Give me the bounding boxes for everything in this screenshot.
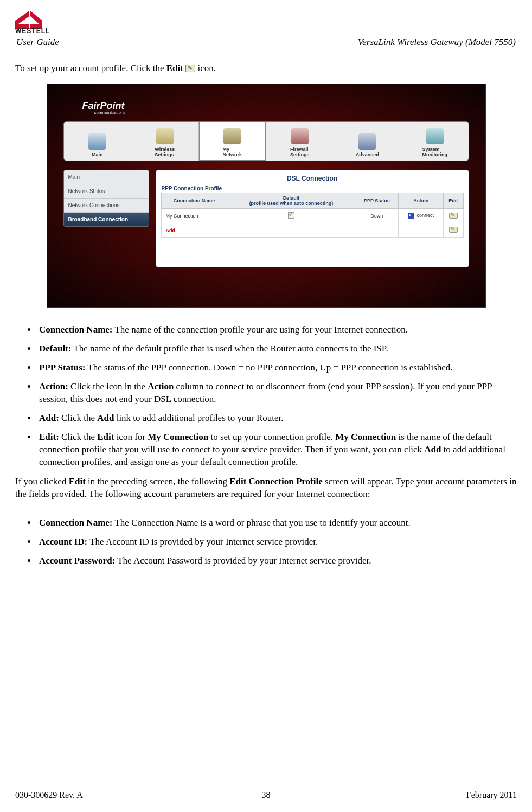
table-row: Add bbox=[161, 223, 463, 238]
tab-label: Main bbox=[92, 152, 103, 157]
edit-icon bbox=[185, 65, 195, 72]
header: User Guide VersaLink Wireless Gateway (M… bbox=[15, 37, 517, 49]
col-header: Edit bbox=[443, 193, 463, 209]
tab-icon bbox=[223, 128, 241, 144]
definitions-list-1: Connection Name: The name of the connect… bbox=[15, 324, 517, 468]
tab-firewall-settings[interactable]: FirewallSettings bbox=[266, 122, 334, 161]
col-header: Action bbox=[399, 193, 444, 209]
list-item: Account ID: The Account ID is provided b… bbox=[37, 536, 517, 548]
col-header: Default (profile used when auto connecti… bbox=[227, 193, 355, 209]
def-label: Default: bbox=[39, 343, 71, 354]
footer-page-number: 38 bbox=[15, 790, 517, 800]
def-label: Account Password: bbox=[39, 555, 115, 566]
sidebar-item-network-connections[interactable]: Network Connections bbox=[64, 199, 149, 213]
tab-icon bbox=[291, 128, 309, 144]
cell-status bbox=[355, 223, 399, 238]
intro-text: To set up your account profile. Click th… bbox=[15, 63, 517, 74]
definitions-list-2: Connection Name: The Connection Name is … bbox=[15, 517, 517, 567]
def-label: Action: bbox=[39, 381, 68, 392]
def-label: Connection Name: bbox=[39, 517, 113, 528]
add-link[interactable]: Add bbox=[166, 228, 176, 233]
header-right: VersaLink Wireless Gateway (Model 7550) bbox=[358, 37, 516, 48]
list-item: Account Password: The Account Password i… bbox=[37, 555, 517, 567]
def-label: Connection Name: bbox=[39, 324, 113, 335]
tab-main[interactable]: Main bbox=[64, 122, 132, 161]
svg-marker-0 bbox=[15, 11, 29, 29]
svg-marker-1 bbox=[30, 11, 42, 29]
tab-my-network[interactable]: MyNetwork bbox=[199, 122, 267, 161]
main-tabs: MainWirelessSettingsMyNetworkFirewallSet… bbox=[63, 121, 469, 161]
table-row: My ConnectionDownconnect bbox=[161, 209, 463, 223]
footer: 030-300629 Rev. A 38 February 2011 bbox=[15, 788, 517, 800]
list-item: Default: The name of the default profile… bbox=[37, 343, 517, 355]
tab-label: SystemMonitoring bbox=[422, 146, 448, 157]
def-label: Account ID: bbox=[39, 536, 87, 547]
tab-icon bbox=[156, 128, 174, 144]
tab-icon bbox=[358, 133, 376, 150]
connect-icon[interactable] bbox=[408, 213, 414, 219]
tab-icon bbox=[426, 128, 444, 144]
cell-action bbox=[399, 223, 444, 238]
cell-name: Add bbox=[161, 223, 227, 238]
cell-edit bbox=[443, 209, 463, 223]
list-item: Connection Name: The name of the connect… bbox=[37, 324, 517, 336]
tab-label: FirewallSettings bbox=[290, 146, 310, 157]
col-header: PPP Status bbox=[355, 193, 399, 209]
list-item: Add: Click the Add link to add additiona… bbox=[37, 412, 517, 425]
cell-default bbox=[227, 209, 355, 223]
sidebar: MainNetwork StatusNetwork ConnectionsBro… bbox=[63, 170, 149, 227]
panel-title: DSL Connection bbox=[156, 175, 469, 182]
list-item: Edit: Click the Edit icon for My Connect… bbox=[37, 431, 517, 469]
checkbox-icon[interactable] bbox=[288, 212, 294, 219]
edit-icon[interactable] bbox=[449, 213, 458, 219]
col-header: Connection Name bbox=[161, 193, 227, 209]
router-screenshot: FairPoint communications MainWirelessSet… bbox=[47, 84, 486, 308]
tab-wireless-settings[interactable]: WirelessSettings bbox=[131, 122, 199, 161]
tab-system-monitoring[interactable]: SystemMonitoring bbox=[401, 122, 469, 161]
sidebar-item-broadband-connection[interactable]: Broadband Connection bbox=[64, 213, 149, 226]
fairpoint-logo: FairPoint communications bbox=[82, 100, 126, 115]
tab-icon bbox=[88, 133, 106, 150]
cell-action: connect bbox=[399, 209, 444, 223]
cell-default bbox=[227, 223, 355, 238]
tab-label: MyNetwork bbox=[222, 146, 242, 157]
brand-logo: WESTELL bbox=[15, 11, 517, 34]
tab-advanced[interactable]: Advanced bbox=[334, 122, 402, 161]
page: WESTELL User Guide VersaLink Wireless Ga… bbox=[0, 0, 532, 812]
list-item: Connection Name: The Connection Name is … bbox=[37, 517, 517, 529]
tab-label: WirelessSettings bbox=[155, 146, 175, 157]
cell-name: My Connection bbox=[161, 209, 227, 223]
sidebar-item-network-status[interactable]: Network Status bbox=[64, 184, 149, 199]
connect-link[interactable]: connect bbox=[416, 213, 434, 218]
cell-edit bbox=[443, 223, 463, 238]
mid-paragraph: If you clicked Edit in the preceding scr… bbox=[15, 476, 517, 501]
def-label: Edit: bbox=[39, 432, 59, 442]
cell-status: Down bbox=[355, 209, 399, 223]
def-label: PPP Status: bbox=[39, 362, 85, 373]
edit-icon[interactable] bbox=[449, 227, 458, 233]
list-item: PPP Status: The status of the PPP connec… bbox=[37, 362, 517, 374]
def-label: Add: bbox=[39, 413, 59, 423]
header-left: User Guide bbox=[16, 37, 59, 48]
panel-subheader: PPP Connection Profile bbox=[162, 186, 463, 191]
sidebar-item-main[interactable]: Main bbox=[64, 170, 149, 184]
dsl-panel: DSL Connection PPP Connection Profile Co… bbox=[156, 170, 469, 267]
list-item: Action: Click the icon in the Action col… bbox=[37, 381, 517, 406]
profile-table: Connection NameDefault (profile used whe… bbox=[161, 193, 464, 238]
brand-text: WESTELL bbox=[15, 27, 50, 34]
tab-label: Advanced bbox=[356, 152, 379, 157]
